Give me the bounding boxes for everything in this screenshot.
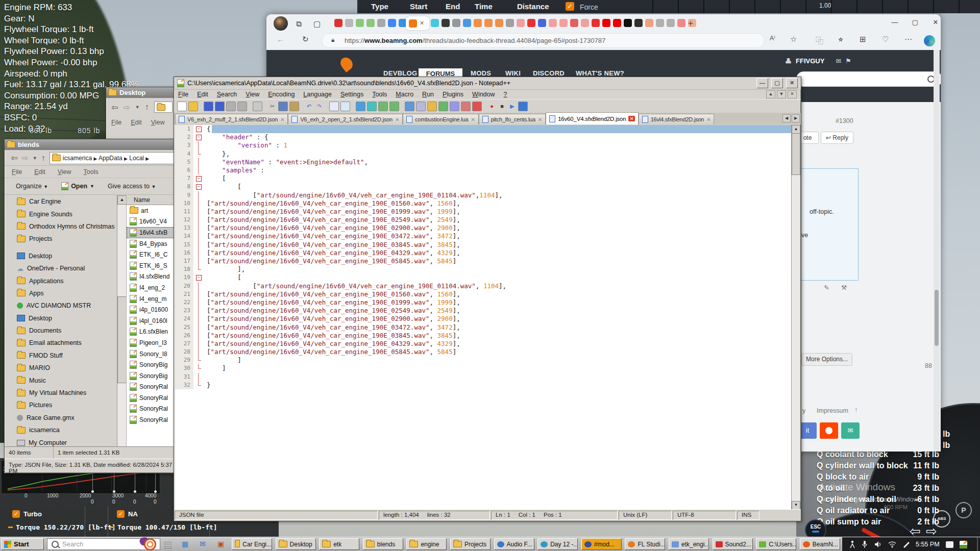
fold-margin[interactable] [193, 224, 205, 232]
hidden-icons-icon[interactable] [849, 540, 855, 548]
taskbar-button-etk[interactable]: etk [319, 538, 359, 550]
file-item[interactable]: SonoryRal [127, 382, 179, 393]
url-text[interactable]: https://www.beamng.com/threads/audio-fee… [345, 37, 605, 44]
cut-icon[interactable]: ✂ [268, 102, 277, 111]
code-line[interactable]: 29 ] [175, 356, 792, 364]
tab-favicon-icon[interactable] [474, 19, 482, 27]
code-line[interactable]: 8− [ [175, 183, 792, 191]
function-list-icon[interactable] [438, 102, 448, 111]
dropdown-icon[interactable]: ▼ [135, 105, 140, 110]
editor-tab[interactable]: 16v60_V4.sfxBlend2D.json✕ [546, 112, 638, 124]
open-file-icon[interactable] [188, 102, 198, 111]
page-scrollbar[interactable] [934, 50, 940, 452]
tab-favicon-icon[interactable] [356, 19, 364, 27]
settings-menu-icon[interactable]: ⋯ [904, 35, 912, 44]
tab-favicon-icon[interactable] [388, 19, 396, 27]
npp-menu-run[interactable]: Run [422, 91, 434, 98]
taskbar-clock[interactable]: 5:55 PM [916, 541, 940, 548]
taskbar-button-flstudi[interactable]: FL Studi... [625, 538, 665, 550]
npp-menu-search[interactable]: Search [217, 91, 237, 98]
explorer-titlebar[interactable]: blends [5, 139, 178, 150]
address-bar[interactable]: 🔒︎ https://www.beamng.com/threads/audio-… [322, 33, 765, 48]
file-item[interactable]: ETK_I6_S [127, 260, 179, 271]
file-item[interactable]: I4_eng_2 [127, 282, 179, 293]
post-number[interactable]: #1300 [836, 117, 853, 124]
edit-icon[interactable]: ✎ [824, 284, 829, 291]
tab-favicon-icon[interactable] [527, 19, 535, 27]
sidebar-item-engine-sounds[interactable]: Engine Sounds [5, 208, 117, 220]
code-line[interactable]: 4 }, [175, 150, 792, 158]
close-icon[interactable]: ✕ [928, 18, 943, 26]
menu-file[interactable]: File [12, 168, 22, 176]
paste-icon[interactable] [289, 102, 299, 111]
code-editor[interactable]: 1−{2− "header" : {3 "version" : 14 },5 "… [175, 125, 792, 510]
tab-favicon-icon[interactable] [452, 19, 460, 27]
back-icon[interactable]: ⇦ [11, 153, 17, 163]
table-column-time[interactable]: Time [475, 2, 493, 11]
scroll-up-icon[interactable]: ▲ [766, 90, 775, 98]
code-line[interactable]: 20 ["art/sound/engine/16v60_V4/veh_car_e… [175, 282, 792, 290]
copy-icon[interactable] [278, 102, 288, 111]
replace-icon[interactable] [340, 102, 350, 111]
code-line[interactable]: 2− "header" : { [175, 133, 792, 141]
tab-favicon-icon[interactable] [495, 19, 503, 27]
fold-margin[interactable] [193, 150, 205, 158]
fold-margin[interactable] [193, 191, 205, 199]
close-tab-icon[interactable]: ✕ [628, 116, 634, 121]
file-item[interactable]: Pigeon_I3 [127, 337, 179, 348]
reply-button[interactable]: ↩ Reply [821, 132, 853, 144]
tab-favicon-icon[interactable] [613, 19, 621, 27]
refresh-icon[interactable]: ↻ [302, 35, 309, 44]
name-column-header[interactable]: Name [127, 195, 179, 205]
macro-multi-run-icon[interactable] [518, 102, 528, 111]
file-item[interactable]: I4.sfxBlend [127, 271, 179, 283]
fold-margin[interactable]: − [193, 133, 205, 141]
save-icon[interactable] [204, 102, 213, 111]
maximize-icon[interactable]: ▢ [908, 18, 923, 26]
maximize-icon[interactable]: ▢ [771, 78, 783, 88]
fold-margin[interactable] [193, 307, 205, 315]
code-line[interactable]: 18 ], [175, 265, 792, 273]
taskbar-button-day12[interactable]: Day 12 -... [537, 538, 578, 550]
notepadpp-titlebar[interactable]: C:\Users\icsamerica\AppData\Local\BeamNG… [174, 77, 801, 90]
editor-tab[interactable]: V6_exh_2_muff_2_1.sfxBlend2D.json✕ [175, 114, 288, 124]
code-line[interactable]: 7− [ [175, 174, 792, 183]
code-line[interactable]: 27["art/sound/engine/16v60_V4/veh_car_en… [175, 340, 792, 348]
checkbox-icon[interactable]: ✓ [117, 510, 125, 518]
notepadpp-tray-icon[interactable] [960, 541, 967, 548]
sync-vertical-icon[interactable] [378, 102, 388, 111]
fold-margin[interactable]: − [193, 125, 205, 133]
fold-margin[interactable] [193, 141, 205, 149]
sidebar-item-pictures[interactable]: Pictures [5, 399, 117, 411]
fold-margin[interactable] [193, 332, 205, 340]
tab-favicon-icon[interactable] [634, 19, 643, 27]
taskbar-button-desktop[interactable]: Desktop [276, 538, 316, 550]
npp-menu-language[interactable]: Language [303, 91, 332, 98]
file-item[interactable]: SonoryRal [127, 392, 179, 404]
code-line[interactable]: 30 ] [175, 364, 792, 372]
zoom-out-icon[interactable] [367, 102, 377, 111]
tab-favicon-icon[interactable] [345, 19, 353, 27]
tab-favicon-icon[interactable] [645, 19, 653, 27]
tools-icon[interactable]: ⚒ [841, 284, 847, 291]
file-item[interactable]: SonoryBig [127, 370, 179, 382]
show-desktop-button[interactable] [977, 537, 978, 551]
menu-tools[interactable]: Tools [84, 168, 99, 176]
read-aloud-icon[interactable]: A⁾ [770, 35, 775, 42]
sidebar-item-race-game-gmx[interactable]: Race Game.gmx [5, 412, 117, 424]
more-options-button[interactable]: More Options... [801, 353, 852, 366]
code-line[interactable]: 6 "samples" : [175, 166, 792, 174]
toggle-na[interactable]: ✓NA [117, 510, 138, 518]
file-item[interactable]: SonoryBig [127, 359, 179, 370]
address-box[interactable] [154, 102, 173, 113]
sidebar-item-orthodox-hymns-of-christmas[interactable]: Orthodox Hymns of Christmas [5, 220, 117, 233]
code-line[interactable]: 9 ["art/sound/engine/16v60_V4/veh_car_en… [175, 191, 792, 199]
save-all-icon[interactable] [215, 102, 225, 111]
close-all-icon[interactable] [237, 102, 247, 111]
code-line[interactable]: 19− [ [175, 273, 792, 282]
code-line[interactable]: 28["art/sound/engine/16v60_V4/veh_car_en… [175, 348, 792, 356]
code-line[interactable]: 22["art/sound/engine/16v60_V4/veh_car_en… [175, 298, 792, 307]
npp-menu-encoding[interactable]: Encoding [268, 91, 295, 98]
taskbar-button-engine[interactable]: engine [406, 538, 447, 550]
sidebar-item-car-engine[interactable]: Car Engine [5, 195, 117, 208]
